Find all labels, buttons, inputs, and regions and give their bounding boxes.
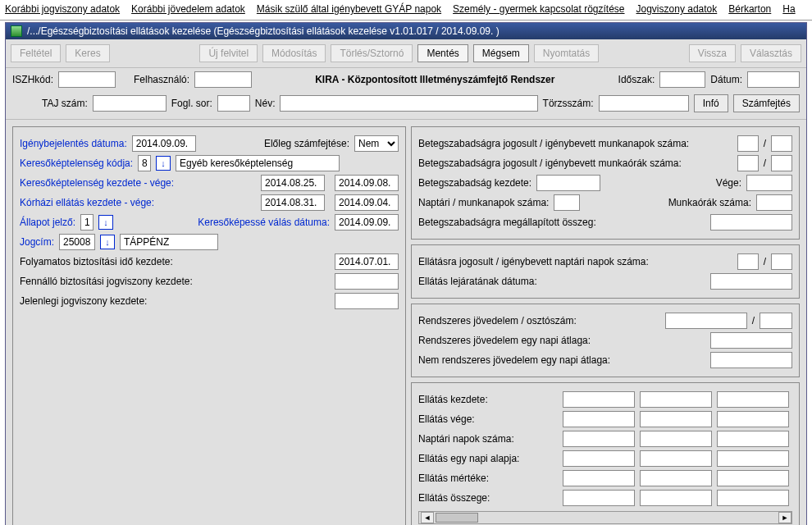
jelenlegi-input[interactable] <box>335 293 399 309</box>
grid-cell-input[interactable] <box>563 431 635 447</box>
idoszak-input[interactable] <box>659 71 705 88</box>
mentes-button[interactable]: Mentés <box>417 44 468 62</box>
eloleg-label: Előleg számfejtése: <box>264 138 349 149</box>
rnapi-input[interactable] <box>710 332 792 349</box>
naptari-input[interactable] <box>554 194 580 211</box>
folyamatos-input[interactable] <box>335 253 399 270</box>
modositas-button[interactable]: Módosítás <box>262 44 326 62</box>
scroll-left-icon[interactable]: ◄ <box>421 512 434 523</box>
kepesse-input[interactable] <box>335 214 399 231</box>
torles-button[interactable]: Törlés/Sztornó <box>331 44 413 62</box>
nrnapi-input[interactable] <box>710 352 792 368</box>
grid-cell-input[interactable] <box>717 450 789 467</box>
jogosult-input2[interactable] <box>771 253 792 270</box>
fogl-input[interactable] <box>217 95 250 112</box>
mora-jog-input[interactable] <box>737 155 759 171</box>
bkezd-input[interactable] <box>536 175 600 191</box>
lejarat-input[interactable] <box>710 273 792 290</box>
menu-item[interactable]: Korábbi jövedelem adatok <box>131 3 245 15</box>
arrow-down-icon[interactable]: ↓ <box>98 215 113 230</box>
megsem-button[interactable]: Mégsem <box>473 44 529 62</box>
info-button[interactable]: Infó <box>694 94 728 112</box>
grid-cell-input[interactable] <box>563 411 635 427</box>
taj-input[interactable] <box>93 95 167 112</box>
group-betegszabadsag: Betegszabadságra jogosult / igénybevett … <box>411 126 800 240</box>
nyomtatas-button[interactable]: Nyomtatás <box>534 44 599 62</box>
grid-cell-input[interactable] <box>717 411 789 427</box>
grid-cell-input[interactable] <box>563 490 635 506</box>
app-icon <box>11 25 22 37</box>
menu-item[interactable]: Ha <box>782 3 795 15</box>
nev-input[interactable] <box>280 95 537 112</box>
kk-kod-text[interactable] <box>176 155 340 171</box>
grid-cell-input[interactable] <box>640 391 712 408</box>
grid-row: Ellátás egy napi alapja: <box>418 449 792 468</box>
jogosult-label: Ellátásra jogosult / igénybevett naptári… <box>418 256 732 267</box>
uj-felvitel-button[interactable]: Új felvitel <box>199 44 258 62</box>
group-ellatas-grid: Ellátás kezdete:Ellátás vége:Naptári nap… <box>411 382 800 525</box>
slash-label: / <box>764 138 766 149</box>
jogcim-label: Jogcím: <box>20 236 54 248</box>
scroll-thumb[interactable] <box>436 513 478 523</box>
grid-cell-input[interactable] <box>640 431 712 447</box>
kk-vege-input[interactable] <box>335 175 399 191</box>
bvege-input[interactable] <box>746 175 792 191</box>
grid-cell-input[interactable] <box>717 490 789 506</box>
valasztas-button[interactable]: Választás <box>741 44 801 62</box>
felhasznalo-input[interactable] <box>194 71 252 88</box>
menu-item[interactable]: Jogviszony adatok <box>636 3 718 15</box>
kk-kezd-input[interactable] <box>261 175 325 191</box>
megall-label: Betegszabadságra megállapított összeg: <box>418 217 705 228</box>
horizontal-scrollbar[interactable]: ◄ ► <box>418 511 792 524</box>
mnap-label: Betegszabadságra jogosult / igénybevett … <box>418 138 732 149</box>
iszhkod-input[interactable] <box>58 71 116 88</box>
torzs-input[interactable] <box>599 95 689 112</box>
grid-cell-input[interactable] <box>563 391 635 408</box>
grid-cell-input[interactable] <box>640 490 712 506</box>
igenybejelentes-input[interactable] <box>132 135 196 152</box>
keres-button[interactable]: Keres <box>66 44 109 62</box>
rendszeres-input[interactable] <box>665 313 747 329</box>
slash-label: / <box>764 256 766 267</box>
menu-item[interactable]: Másik szülő által igénybevett GYÁP napok <box>257 3 441 15</box>
grid-cell-input[interactable] <box>563 450 635 467</box>
jogcim-text[interactable] <box>120 234 218 250</box>
korhazi-vege-input[interactable] <box>335 194 399 211</box>
grid-cell-input[interactable] <box>640 470 712 486</box>
mnap-jog-input[interactable] <box>737 135 759 152</box>
scroll-right-icon[interactable]: ► <box>778 512 791 523</box>
oszto-input[interactable] <box>760 313 792 329</box>
eloleg-select[interactable]: Nem <box>354 135 399 152</box>
mora-igeny-input[interactable] <box>771 155 792 171</box>
vissza-button[interactable]: Vissza <box>689 44 736 62</box>
arrow-down-icon[interactable]: ↓ <box>156 156 171 171</box>
megall-input[interactable] <box>710 214 792 231</box>
fennallo-input[interactable] <box>335 273 399 290</box>
jogosult-input1[interactable] <box>737 253 759 270</box>
korhazi-kezd-input[interactable] <box>261 194 325 211</box>
group-ellatas-jogosult: Ellátásra jogosult / igénybevett naptári… <box>411 244 800 299</box>
grid-cell-input[interactable] <box>640 411 712 427</box>
mnap-igeny-input[interactable] <box>771 135 792 152</box>
grid-cell-input[interactable] <box>717 470 789 486</box>
feltetel-button[interactable]: Feltétel <box>11 44 61 62</box>
datum-input[interactable] <box>747 71 800 88</box>
kk-kod-input[interactable] <box>138 155 151 171</box>
grid-cell-input[interactable] <box>717 391 789 408</box>
menu-item[interactable]: Korábbi jogviszony adatok <box>5 3 120 15</box>
mora-label: Betegszabadságra jogosult / igénybevett … <box>418 158 732 169</box>
grid-cell-input[interactable] <box>563 470 635 486</box>
grid-cell-input[interactable] <box>640 450 712 467</box>
munkaorak-input[interactable] <box>756 194 792 211</box>
allapot-label: Állapot jelző: <box>20 217 75 228</box>
menu-item[interactable]: Bérkarton <box>728 3 771 15</box>
menu-item[interactable]: Személy - gyermek kapcsolat rögzítése <box>453 3 624 15</box>
grid-cell-input[interactable] <box>717 431 789 447</box>
allapot-input[interactable] <box>80 214 94 231</box>
grid-row: Ellátás kezdete: <box>418 390 792 409</box>
arrow-down-icon[interactable]: ↓ <box>100 235 115 249</box>
kepesse-label: Keresőképessé válás dátuma: <box>198 217 330 228</box>
jogcim-input[interactable] <box>59 234 95 250</box>
szamfejtes-button[interactable]: Számfejtés <box>733 94 800 112</box>
window: /.../Egészségbiztosítási ellátások kezel… <box>5 22 807 525</box>
